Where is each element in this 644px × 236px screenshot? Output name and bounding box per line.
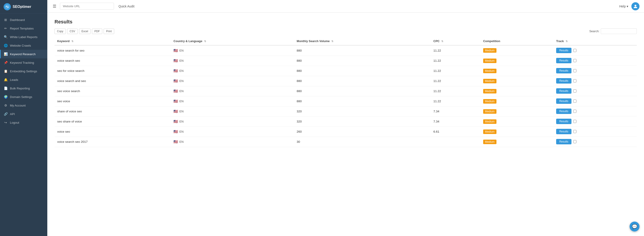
chat-bubble[interactable]: 💬 <box>630 222 640 232</box>
table-header: Keyword ⇅ Country & Language ⇅ Monthly S… <box>54 37 637 45</box>
track-checkbox[interactable] <box>573 140 576 143</box>
sort-icon-keyword: ⇅ <box>72 40 74 42</box>
lang-code: EN <box>179 120 184 123</box>
sidebar-label-website-crawls: Website Crawls <box>10 44 31 47</box>
sidebar-item-domain-settings[interactable]: 🌍 Domain Settings <box>0 92 47 101</box>
results-button[interactable]: Results <box>556 139 572 144</box>
sidebar-item-logout[interactable]: ↪ Logout <box>0 118 47 127</box>
table-row: voice search and seo 🇺🇸 EN 880 11.22 Med… <box>54 76 637 86</box>
sidebar: SEOptimer ⊞ Dashboard✏ Report Templates🔍… <box>0 0 47 236</box>
search-input[interactable] <box>601 28 637 34</box>
sidebar-item-leads[interactable]: 🔔 Leads <box>0 76 47 84</box>
cell-competition: Medium <box>480 106 554 116</box>
track-checkbox[interactable] <box>573 90 576 92</box>
results-button[interactable]: Results <box>556 129 572 134</box>
topbar: ☰ Quick Audit Help ▾ <box>47 0 644 12</box>
sidebar-icon-website-crawls: 🌐 <box>4 44 8 47</box>
track-checkbox[interactable] <box>573 130 576 133</box>
sidebar-item-bulk-reporting[interactable]: 📄 Bulk Reporting <box>0 84 47 92</box>
cell-track: Results <box>554 56 637 66</box>
user-avatar[interactable] <box>632 2 640 10</box>
track-checkbox[interactable] <box>573 120 576 123</box>
table-row: voice search seo 🇺🇸 EN 880 11.22 Medium … <box>54 56 637 66</box>
sort-icon-cpc: ⇅ <box>441 40 443 42</box>
col-competition[interactable]: Competition <box>480 37 554 45</box>
sidebar-icon-logout: ↪ <box>4 121 8 124</box>
results-button[interactable]: Results <box>556 98 572 104</box>
competition-badge: Medium <box>483 79 496 83</box>
sidebar-item-report-templates[interactable]: ✏ Report Templates <box>0 24 47 33</box>
sort-icon-track: ⇅ <box>566 40 568 42</box>
results-button[interactable]: Results <box>556 78 572 84</box>
cell-track: Results <box>554 126 637 137</box>
export-copy-button[interactable]: Copy <box>54 28 66 34</box>
competition-badge: Medium <box>483 119 496 124</box>
cell-volume: 880 <box>294 66 431 76</box>
sidebar-item-keyword-tracking[interactable]: 📌 Keyword Tracking <box>0 58 47 67</box>
col-country-language[interactable]: Country & Language ⇅ <box>171 37 294 45</box>
sidebar-label-leads: Leads <box>10 78 18 82</box>
cell-country: 🇺🇸 EN <box>171 96 294 106</box>
cell-competition: Medium <box>480 45 554 56</box>
sidebar-item-my-account[interactable]: ⚙ My Account <box>0 101 47 110</box>
sidebar-item-api[interactable]: 🔗 API <box>0 110 47 118</box>
results-button[interactable]: Results <box>556 68 572 74</box>
sidebar-item-website-crawls[interactable]: 🌐 Website Crawls <box>0 41 47 50</box>
lang-code: EN <box>179 130 184 133</box>
track-checkbox[interactable] <box>573 69 576 72</box>
lang-code: EN <box>179 140 184 144</box>
competition-badge: Medium <box>483 69 496 73</box>
track-checkbox[interactable] <box>573 79 576 82</box>
track-checkbox[interactable] <box>573 49 576 52</box>
competition-badge: Medium <box>483 89 496 94</box>
competition-badge: Medium <box>483 140 496 144</box>
results-button[interactable]: Results <box>556 119 572 124</box>
sidebar-label-domain-settings: Domain Settings <box>10 95 32 99</box>
sidebar-label-logout: Logout <box>10 121 19 124</box>
cell-cpc: 11.22 <box>431 76 480 86</box>
logo-icon <box>4 3 11 10</box>
cell-volume: 260 <box>294 126 431 137</box>
quick-audit-button[interactable]: Quick Audit <box>117 4 136 9</box>
sidebar-label-my-account: My Account <box>10 104 26 107</box>
cell-cpc: 11.22 <box>431 66 480 76</box>
flag-icon: 🇺🇸 <box>174 109 178 114</box>
cell-cpc: 11.22 <box>431 56 480 66</box>
results-button[interactable]: Results <box>556 88 572 94</box>
sidebar-item-white-label-reports[interactable]: 🔍 White Label Reports <box>0 33 47 41</box>
col-cpc[interactable]: CPC ⇅ <box>431 37 480 45</box>
table-row: seo share of voice 🇺🇸 EN 320 7.34 Medium… <box>54 116 637 126</box>
help-dropdown-icon: ▾ <box>627 4 628 8</box>
export-csv-button[interactable]: CSV <box>67 28 78 34</box>
cell-keyword: voice search and seo <box>54 76 171 86</box>
results-button[interactable]: Results <box>556 48 572 53</box>
competition-badge: Medium <box>483 99 496 104</box>
table-row: voice search for seo 🇺🇸 EN 880 11.22 Med… <box>54 45 637 56</box>
help-button[interactable]: Help ▾ <box>619 4 628 8</box>
export-pdf-button[interactable]: PDF <box>92 28 102 34</box>
sidebar-label-keyword-tracking: Keyword Tracking <box>10 61 34 64</box>
export-print-button[interactable]: Print <box>104 28 114 34</box>
sidebar-icon-white-label-reports: 🔍 <box>4 35 8 39</box>
flag-icon: 🇺🇸 <box>174 99 178 103</box>
sidebar-item-keyword-research[interactable]: 📊 Keyword Research <box>0 50 47 58</box>
sidebar-item-embedding-settings[interactable]: 📋 Embedding Settings <box>0 67 47 76</box>
cell-competition: Medium <box>480 116 554 126</box>
col-monthly-search-volume[interactable]: Monthly Search Volume ⇅ <box>294 37 431 45</box>
cell-country: 🇺🇸 EN <box>171 76 294 86</box>
track-checkbox[interactable] <box>573 100 576 103</box>
results-button[interactable]: Results <box>556 58 572 63</box>
export-excel-button[interactable]: Excel <box>79 28 90 34</box>
results-button[interactable]: Results <box>556 108 572 114</box>
col-keyword[interactable]: Keyword ⇅ <box>54 37 171 45</box>
sidebar-label-bulk-reporting: Bulk Reporting <box>10 87 30 90</box>
lang-code: EN <box>179 59 184 62</box>
website-url-input[interactable] <box>60 3 114 10</box>
sidebar-item-dashboard[interactable]: ⊞ Dashboard <box>0 16 47 24</box>
col-track[interactable]: Track ⇅ <box>554 37 637 45</box>
flag-icon: 🇺🇸 <box>174 89 178 93</box>
cell-country: 🇺🇸 EN <box>171 116 294 126</box>
track-checkbox[interactable] <box>573 59 576 62</box>
menu-toggle-button[interactable]: ☰ <box>52 3 57 10</box>
track-checkbox[interactable] <box>573 110 576 113</box>
